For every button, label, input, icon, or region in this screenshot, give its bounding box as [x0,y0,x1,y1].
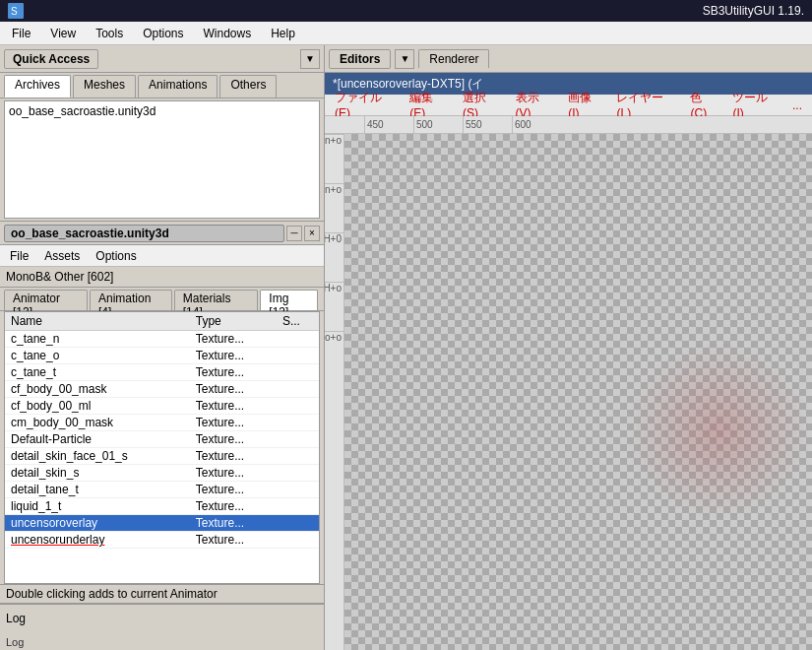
cell-type: Texture... [190,482,277,498]
file-panel: oo_base_sacroastie.unity3d ─ × File Asse… [0,221,324,603]
vertical-ruler: n+o n+o H+0 H+o o+o [325,134,344,650]
ruler-v-mark-3: H+o [325,282,344,331]
cell-status [277,364,319,381]
sub-tab-materials[interactable]: Materials [14] [174,290,259,310]
checker-canvas [344,134,812,650]
quick-access-dropdown[interactable]: ▼ [300,49,320,69]
title-bar: S SB3UtilityGUI 1.19. [0,0,812,22]
cell-status [277,398,319,415]
close-button[interactable]: × [304,226,320,241]
ruler-mark-550: 550 [463,116,512,134]
table-row[interactable]: c_tane_tTexture... [5,364,319,381]
cell-type: Texture... [190,348,277,364]
table-row[interactable]: c_tane_nTexture... [5,331,319,348]
table-row[interactable]: Default-ParticleTexture... [5,431,319,448]
cell-status [277,348,319,364]
editors-bar: Editors ▼ Renderer [325,45,812,73]
sub-tab-animator[interactable]: Animator [12] [4,290,88,310]
table-row[interactable]: cf_body_00_mlTexture... [5,398,319,415]
canvas-content[interactable] [344,134,812,650]
menu-file[interactable]: File [4,25,38,42]
cell-name: cf_body_00_mask [5,381,190,398]
cell-status [277,465,319,482]
menu-tools[interactable]: Tools [88,25,131,42]
table-row[interactable]: c_tane_oTexture... [5,348,319,364]
cell-type: Texture... [190,448,277,465]
cell-type: Texture... [190,515,277,532]
cell-name: detail_skin_s [5,465,190,482]
cell-status [277,498,319,515]
cell-name: cm_body_00_mask [5,415,190,431]
table-row[interactable]: detail_skin_face_01_sTexture... [5,448,319,465]
renderer-tab[interactable]: Renderer [418,49,489,68]
archives-list: oo_base_sacroastie.unity3d [4,100,320,219]
cell-status [277,448,319,465]
cell-name: uncensorunderlay [5,532,190,549]
cell-name: c_tane_o [5,348,190,364]
menu-options[interactable]: Options [135,25,191,42]
sub-tab-bar: Animator [12] Animation [4] Materials [1… [0,288,324,311]
cell-type: Texture... [190,398,277,415]
cell-name: c_tane_t [5,364,190,381]
ruler-mark-500: 500 [413,116,463,134]
editors-dropdown[interactable]: ▼ [395,49,414,69]
menu-bar: File View Tools Options Windows Help [0,22,812,45]
tab-meshes[interactable]: Meshes [73,75,136,98]
main-layout: Quick Access ▼ Archives Meshes Animation… [0,45,812,650]
image-canvas-area: n+o n+o H+0 H+o o+o [325,134,812,650]
col-name: Name [5,312,190,331]
tab-others[interactable]: Others [219,75,277,98]
minimize-button[interactable]: ─ [286,226,302,241]
tab-archives[interactable]: Archives [4,75,71,98]
app-title: SB3UtilityGUI 1.19. [703,4,804,18]
cell-status [277,532,319,549]
archive-item[interactable]: oo_base_sacroastie.unity3d [7,103,317,119]
sub-tab-img[interactable]: Img [13] [260,290,318,310]
ruler-mark-600: 600 [512,116,561,134]
cell-name: liquid_1_t [5,498,190,515]
table-row[interactable]: liquid_1_tTexture... [5,498,319,515]
right-panel: Editors ▼ Renderer *[uncensoroverlay-DXT… [325,45,812,650]
svg-text:S: S [11,6,18,17]
menu-help[interactable]: Help [263,25,303,42]
log-content: Log [0,634,324,650]
asset-table: Name Type S... c_tane_nTexture...c_tane_… [4,311,320,584]
file-menu-options[interactable]: Options [90,248,142,264]
table-row[interactable]: detail_skin_sTexture... [5,465,319,482]
cell-status [277,381,319,398]
menu-windows[interactable]: Windows [196,25,260,42]
table-row[interactable]: uncensorunderlayTexture... [5,532,319,549]
table-row[interactable]: detail_tane_tTexture... [5,482,319,498]
cell-name: c_tane_n [5,331,190,348]
col-type: Type [190,312,277,331]
col-status: S... [277,312,319,331]
cell-status [277,331,319,348]
ruler-marks-h: 450 500 550 600 [364,116,561,134]
menu-view[interactable]: View [42,25,84,42]
log-area: Log [0,603,324,632]
app-icon: S [8,3,24,19]
cell-status [277,515,319,532]
img-menu-more[interactable]: ... [786,98,808,113]
cell-name: detail_skin_face_01_s [5,448,190,465]
file-panel-menu: File Assets Options [0,245,324,267]
file-menu-file[interactable]: File [4,248,34,264]
table-row[interactable]: cf_body_00_maskTexture... [5,381,319,398]
cell-type: Texture... [190,431,277,448]
cell-name: cf_body_00_ml [5,398,190,415]
table-row[interactable]: cm_body_00_maskTexture... [5,415,319,431]
ruler-v-mark-2: H+0 [325,232,344,282]
cell-type: Texture... [190,331,277,348]
table-row[interactable]: uncensoroverlayTexture... [5,515,319,532]
image-editor: *[uncensoroverlay-DXT5] (イ ファイル(E) 編集(E)… [325,73,812,650]
cell-type: Texture... [190,415,277,431]
cell-type: Texture... [190,381,277,398]
quick-access-label: Quick Access [4,49,98,69]
image-editor-menubar: ファイル(E) 編集(E) 選択(S) 表示(V) 画像(I) レイヤー(L) … [325,95,812,116]
sub-tab-animation[interactable]: Animation [4] [90,290,172,310]
file-panel-header: oo_base_sacroastie.unity3d ─ × [0,222,324,245]
file-menu-assets[interactable]: Assets [38,248,86,264]
editors-label: Editors [329,49,391,69]
tab-animations[interactable]: Animations [138,75,218,98]
cell-name: Default-Particle [5,431,190,448]
